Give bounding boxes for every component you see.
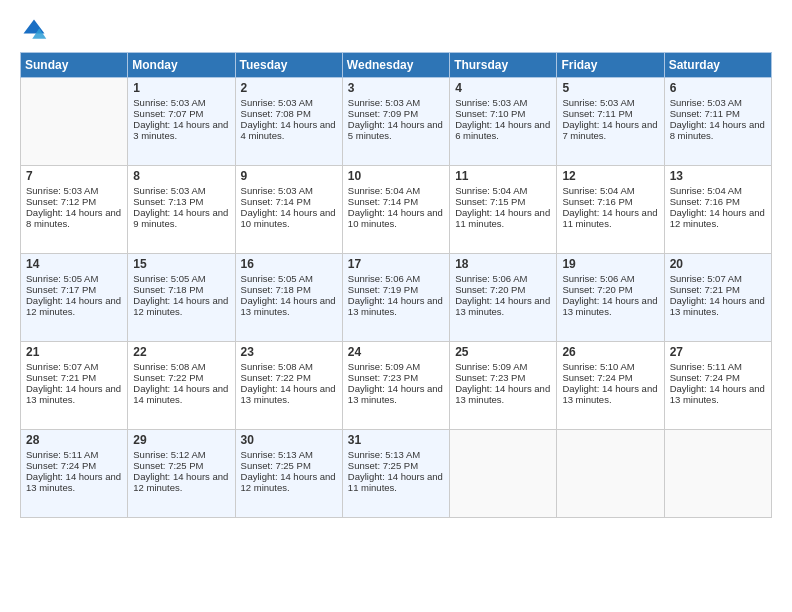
daylight-text: Daylight: 14 hours and 12 minutes. <box>133 471 228 493</box>
sunrise-text: Sunrise: 5:03 AM <box>133 185 205 196</box>
calendar-cell: 9 Sunrise: 5:03 AM Sunset: 7:14 PM Dayli… <box>235 166 342 254</box>
sunset-text: Sunset: 7:10 PM <box>455 108 525 119</box>
daylight-text: Daylight: 14 hours and 10 minutes. <box>348 207 443 229</box>
sunset-text: Sunset: 7:24 PM <box>562 372 632 383</box>
day-number: 23 <box>241 345 337 359</box>
calendar-cell: 15 Sunrise: 5:05 AM Sunset: 7:18 PM Dayl… <box>128 254 235 342</box>
col-header-wednesday: Wednesday <box>342 53 449 78</box>
sunrise-text: Sunrise: 5:03 AM <box>348 97 420 108</box>
day-number: 24 <box>348 345 444 359</box>
day-number: 11 <box>455 169 551 183</box>
daylight-text: Daylight: 14 hours and 13 minutes. <box>26 383 121 405</box>
daylight-text: Daylight: 14 hours and 13 minutes. <box>670 383 765 405</box>
day-number: 10 <box>348 169 444 183</box>
sunset-text: Sunset: 7:17 PM <box>26 284 96 295</box>
sunset-text: Sunset: 7:12 PM <box>26 196 96 207</box>
daylight-text: Daylight: 14 hours and 13 minutes. <box>241 383 336 405</box>
sunrise-text: Sunrise: 5:03 AM <box>241 97 313 108</box>
sunrise-text: Sunrise: 5:06 AM <box>455 273 527 284</box>
sunset-text: Sunset: 7:19 PM <box>348 284 418 295</box>
col-header-monday: Monday <box>128 53 235 78</box>
page-header <box>20 16 772 44</box>
calendar-header-row: SundayMondayTuesdayWednesdayThursdayFrid… <box>21 53 772 78</box>
sunrise-text: Sunrise: 5:04 AM <box>670 185 742 196</box>
day-number: 4 <box>455 81 551 95</box>
daylight-text: Daylight: 14 hours and 12 minutes. <box>26 295 121 317</box>
sunset-text: Sunset: 7:24 PM <box>670 372 740 383</box>
sunrise-text: Sunrise: 5:04 AM <box>348 185 420 196</box>
sunset-text: Sunset: 7:18 PM <box>133 284 203 295</box>
sunset-text: Sunset: 7:20 PM <box>455 284 525 295</box>
col-header-thursday: Thursday <box>450 53 557 78</box>
calendar-cell <box>450 430 557 518</box>
daylight-text: Daylight: 14 hours and 6 minutes. <box>455 119 550 141</box>
daylight-text: Daylight: 14 hours and 13 minutes. <box>455 383 550 405</box>
sunset-text: Sunset: 7:21 PM <box>26 372 96 383</box>
daylight-text: Daylight: 14 hours and 8 minutes. <box>26 207 121 229</box>
daylight-text: Daylight: 14 hours and 13 minutes. <box>26 471 121 493</box>
sunrise-text: Sunrise: 5:13 AM <box>348 449 420 460</box>
calendar-cell: 27 Sunrise: 5:11 AM Sunset: 7:24 PM Dayl… <box>664 342 771 430</box>
calendar-cell: 10 Sunrise: 5:04 AM Sunset: 7:14 PM Dayl… <box>342 166 449 254</box>
sunset-text: Sunset: 7:21 PM <box>670 284 740 295</box>
day-number: 6 <box>670 81 766 95</box>
calendar-cell: 24 Sunrise: 5:09 AM Sunset: 7:23 PM Dayl… <box>342 342 449 430</box>
calendar-cell: 4 Sunrise: 5:03 AM Sunset: 7:10 PM Dayli… <box>450 78 557 166</box>
calendar-cell <box>557 430 664 518</box>
day-number: 28 <box>26 433 122 447</box>
calendar-week-row: 1 Sunrise: 5:03 AM Sunset: 7:07 PM Dayli… <box>21 78 772 166</box>
calendar-cell: 1 Sunrise: 5:03 AM Sunset: 7:07 PM Dayli… <box>128 78 235 166</box>
day-number: 26 <box>562 345 658 359</box>
col-header-friday: Friday <box>557 53 664 78</box>
sunset-text: Sunset: 7:07 PM <box>133 108 203 119</box>
daylight-text: Daylight: 14 hours and 8 minutes. <box>670 119 765 141</box>
day-number: 22 <box>133 345 229 359</box>
sunset-text: Sunset: 7:22 PM <box>241 372 311 383</box>
sunset-text: Sunset: 7:14 PM <box>348 196 418 207</box>
daylight-text: Daylight: 14 hours and 11 minutes. <box>348 471 443 493</box>
sunrise-text: Sunrise: 5:03 AM <box>455 97 527 108</box>
sunrise-text: Sunrise: 5:07 AM <box>26 361 98 372</box>
sunrise-text: Sunrise: 5:13 AM <box>241 449 313 460</box>
daylight-text: Daylight: 14 hours and 13 minutes. <box>241 295 336 317</box>
calendar-cell: 31 Sunrise: 5:13 AM Sunset: 7:25 PM Dayl… <box>342 430 449 518</box>
sunrise-text: Sunrise: 5:03 AM <box>670 97 742 108</box>
sunset-text: Sunset: 7:20 PM <box>562 284 632 295</box>
day-number: 31 <box>348 433 444 447</box>
daylight-text: Daylight: 14 hours and 7 minutes. <box>562 119 657 141</box>
sunset-text: Sunset: 7:13 PM <box>133 196 203 207</box>
calendar-week-row: 14 Sunrise: 5:05 AM Sunset: 7:17 PM Dayl… <box>21 254 772 342</box>
calendar-cell: 18 Sunrise: 5:06 AM Sunset: 7:20 PM Dayl… <box>450 254 557 342</box>
sunset-text: Sunset: 7:25 PM <box>241 460 311 471</box>
daylight-text: Daylight: 14 hours and 10 minutes. <box>241 207 336 229</box>
day-number: 25 <box>455 345 551 359</box>
sunset-text: Sunset: 7:25 PM <box>133 460 203 471</box>
daylight-text: Daylight: 14 hours and 13 minutes. <box>562 295 657 317</box>
sunset-text: Sunset: 7:14 PM <box>241 196 311 207</box>
daylight-text: Daylight: 14 hours and 11 minutes. <box>562 207 657 229</box>
calendar-cell: 29 Sunrise: 5:12 AM Sunset: 7:25 PM Dayl… <box>128 430 235 518</box>
day-number: 2 <box>241 81 337 95</box>
sunrise-text: Sunrise: 5:05 AM <box>241 273 313 284</box>
calendar-cell: 21 Sunrise: 5:07 AM Sunset: 7:21 PM Dayl… <box>21 342 128 430</box>
day-number: 8 <box>133 169 229 183</box>
daylight-text: Daylight: 14 hours and 13 minutes. <box>562 383 657 405</box>
daylight-text: Daylight: 14 hours and 12 minutes. <box>670 207 765 229</box>
calendar-cell: 19 Sunrise: 5:06 AM Sunset: 7:20 PM Dayl… <box>557 254 664 342</box>
calendar-cell: 28 Sunrise: 5:11 AM Sunset: 7:24 PM Dayl… <box>21 430 128 518</box>
daylight-text: Daylight: 14 hours and 9 minutes. <box>133 207 228 229</box>
calendar-cell: 25 Sunrise: 5:09 AM Sunset: 7:23 PM Dayl… <box>450 342 557 430</box>
sunset-text: Sunset: 7:16 PM <box>670 196 740 207</box>
sunset-text: Sunset: 7:23 PM <box>455 372 525 383</box>
sunrise-text: Sunrise: 5:05 AM <box>133 273 205 284</box>
sunset-text: Sunset: 7:25 PM <box>348 460 418 471</box>
sunrise-text: Sunrise: 5:06 AM <box>348 273 420 284</box>
daylight-text: Daylight: 14 hours and 12 minutes. <box>133 295 228 317</box>
calendar-cell <box>21 78 128 166</box>
col-header-sunday: Sunday <box>21 53 128 78</box>
sunset-text: Sunset: 7:22 PM <box>133 372 203 383</box>
logo <box>20 16 52 44</box>
day-number: 7 <box>26 169 122 183</box>
calendar-cell: 20 Sunrise: 5:07 AM Sunset: 7:21 PM Dayl… <box>664 254 771 342</box>
sunset-text: Sunset: 7:23 PM <box>348 372 418 383</box>
